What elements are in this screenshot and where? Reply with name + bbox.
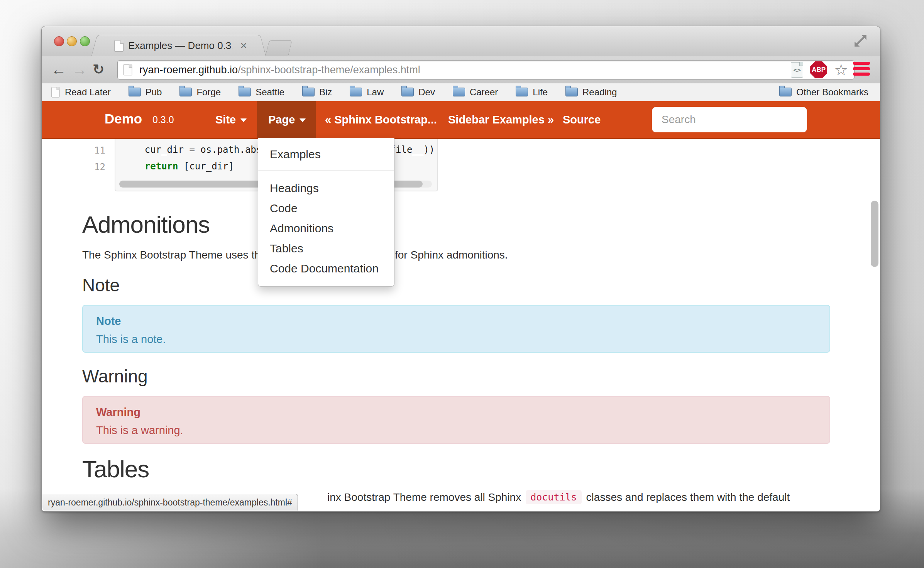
tab-title: Examples — Demo 0.3.0 d [128, 40, 232, 52]
menu-item-code[interactable]: Code [258, 198, 394, 218]
bookmark-folder-life[interactable]: Life [516, 87, 548, 98]
folder-icon [516, 88, 528, 96]
code-line-12-rest: [cur_dir] [178, 161, 234, 172]
fullscreen-resize-icon[interactable] [852, 32, 868, 49]
nav-page-dropdown-active[interactable]: Page [257, 101, 316, 138]
tab-favicon-page-icon [114, 40, 124, 52]
back-button[interactable]: ← [51, 59, 66, 80]
note-title: Note [96, 315, 816, 328]
nav-next-link[interactable]: Sidebar Examples » [448, 113, 554, 126]
folder-icon [565, 88, 578, 96]
bookmark-folder-pub[interactable]: Pub [129, 87, 162, 98]
note-admonition: Note This is a note. [82, 305, 830, 353]
window-titlebar[interactable]: Examples — Demo 0.3.0 d × [42, 26, 880, 57]
nav-prev-link[interactable]: « Sphinx Bootstrap... [325, 113, 437, 126]
menu-item-code-documentation[interactable]: Code Documentation [258, 259, 394, 279]
tab-close-icon[interactable]: × [240, 39, 247, 52]
other-bookmarks[interactable]: Other Bookmarks [779, 87, 868, 98]
bookmark-folder-forge[interactable]: Forge [179, 87, 221, 98]
intro-text-before: The Sphinx Bootstrap Theme uses th [82, 249, 261, 261]
minimize-window-button[interactable] [67, 36, 77, 46]
page-viewport: 10 11 12 """Return list of HTML theme pa… [42, 101, 880, 511]
folder-icon [129, 88, 141, 96]
page-icon [51, 87, 60, 97]
zoom-window-button[interactable] [80, 36, 90, 46]
folder-icon [401, 88, 414, 96]
chevron-down-icon [240, 118, 247, 122]
navbar-brand[interactable]: Demo [105, 111, 142, 127]
warning-admonition: Warning This is a warning. [82, 396, 830, 444]
warning-section-heading: Warning [82, 366, 148, 387]
folder-icon [179, 88, 192, 96]
folder-icon [302, 88, 315, 96]
nav-site-dropdown[interactable]: Site [215, 113, 247, 126]
menu-item-headings[interactable]: Headings [258, 178, 394, 198]
close-window-button[interactable] [54, 36, 64, 46]
url-page-icon [124, 64, 132, 76]
page-scrollbar-thumb[interactable] [871, 201, 878, 267]
url-host: ryan-roemer.github.io [139, 64, 238, 76]
menu-divider [258, 170, 394, 171]
reload-button[interactable]: ↻ [93, 59, 104, 80]
warning-body: This is a warning. [96, 424, 816, 437]
docutils-inline-code: docutils [526, 490, 581, 504]
menu-item-admonitions[interactable]: Admonitions [258, 218, 394, 238]
adblock-plus-icon[interactable]: ABP [810, 61, 827, 78]
navbar-version: 0.3.0 [152, 114, 174, 125]
bookmark-folder-dev[interactable]: Dev [401, 87, 435, 98]
tables-frag-before: inx Bootstrap Theme removes all Sphinx [327, 491, 521, 504]
browser-tab[interactable]: Examples — Demo 0.3.0 d × [100, 35, 257, 56]
folder-icon [453, 88, 465, 96]
warning-title: Warning [96, 406, 816, 419]
page-dropdown-menu: Examples Headings Code Admonitions Table… [258, 138, 394, 287]
new-tab-button[interactable] [265, 40, 293, 57]
address-bar[interactable]: ryan-roemer.github.io/sphinx-bootstrap-t… [117, 60, 855, 79]
note-body: This is a note. [96, 333, 816, 346]
bookmark-folder-career[interactable]: Career [453, 87, 498, 98]
folder-icon [779, 88, 792, 96]
url-path: /sphinx-bootstrap-theme/examples.html [238, 64, 420, 76]
admonitions-heading: Admonitions [82, 211, 210, 238]
browser-window: Examples — Demo 0.3.0 d × ← → ↻ ryan-roe… [42, 26, 880, 511]
intro-text-after: for Sphinx admonitions. [395, 249, 508, 261]
status-url-bubble: ryan-roemer.github.io/sphinx-bootstrap-t… [42, 494, 298, 511]
url-text: ryan-roemer.github.io/sphinx-bootstrap-t… [139, 64, 791, 76]
tables-heading: Tables [82, 455, 149, 483]
menu-item-tables[interactable]: Tables [258, 238, 394, 259]
bookmark-read-later[interactable]: Read Later [51, 86, 111, 98]
code-document-icon[interactable]: <> [791, 62, 803, 78]
folder-icon [350, 88, 362, 96]
nav-page-label: Page [268, 113, 306, 126]
folder-icon [239, 88, 251, 96]
tables-frag-after: classes and replaces them with the defau… [586, 491, 790, 504]
chevron-down-icon [300, 118, 306, 122]
forward-button[interactable]: → [72, 59, 87, 80]
bookmark-folder-seattle[interactable]: Seattle [239, 87, 284, 98]
nav-source-link[interactable]: Source [563, 113, 601, 126]
code-keyword-return: return [122, 161, 178, 172]
tables-paragraph-fragment: inx Bootstrap Theme removes all Sphinx d… [327, 490, 790, 504]
browser-toolbar: ← → ↻ ryan-roemer.github.io/sphinx-boots… [42, 56, 880, 83]
bookmark-folder-law[interactable]: Law [350, 87, 384, 98]
bookmark-folder-biz[interactable]: Biz [302, 87, 332, 98]
bookmark-star-icon[interactable]: ☆ [834, 61, 848, 78]
search-input[interactable] [652, 107, 807, 132]
menu-item-examples[interactable]: Examples [258, 144, 394, 164]
chrome-menu-button[interactable] [853, 62, 870, 77]
bookmark-folder-reading[interactable]: Reading [565, 87, 617, 98]
site-navbar: Demo 0.3.0 Site Page « Sphinx Bootstrap.… [42, 101, 880, 139]
bookmarks-bar: Read Later Pub Forge Seattle Biz Law Dev… [42, 83, 880, 101]
note-section-heading: Note [82, 275, 120, 296]
